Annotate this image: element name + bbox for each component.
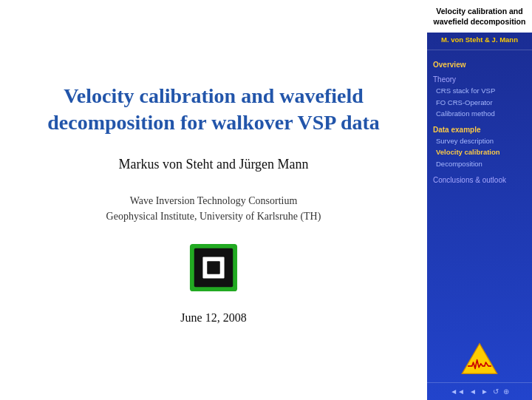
institution-line2: Geophysical Institute, University of Kar…: [106, 211, 321, 222]
nav-data-example[interactable]: Data example: [433, 126, 526, 134]
sidebar-nav: Overview Theory CRS stack for VSP FO CRS…: [427, 50, 532, 335]
svg-marker-4: [462, 344, 497, 374]
nav-conclusions[interactable]: Conclusions & outlook: [433, 176, 526, 184]
slide-title: Velocity calibration and wavefield decom…: [30, 83, 398, 137]
sidebar-bottom-logo: [427, 335, 532, 382]
nav-fo-crs[interactable]: FO CRS-Operator: [433, 98, 526, 108]
slide-main: Velocity calibration and wavefield decom…: [0, 0, 427, 400]
nav-calibration-method[interactable]: Calibration method: [433, 109, 526, 119]
company-logo: [188, 242, 239, 294]
sidebar-header: Velocity calibration and wavefield decom…: [427, 0, 532, 33]
slide-date: June 12, 2008: [180, 311, 246, 325]
nav-crs-stack[interactable]: CRS stack for VSP: [433, 86, 526, 96]
slide-authors: Markus von Steht and Jürgen Mann: [118, 157, 308, 172]
sidebar-author: M. von Steht & J. Mann: [427, 33, 532, 50]
nav-decomposition[interactable]: Decomposition: [433, 159, 526, 169]
nav-velocity-calibration[interactable]: Velocity calibration: [433, 147, 526, 157]
nav-prev-icon[interactable]: ◄: [469, 387, 477, 396]
sidebar: Velocity calibration and wavefield decom…: [427, 0, 532, 400]
sidebar-footer-nav: ◄◄ ◄ ► ↺ ⊕: [427, 382, 532, 400]
slide-institution: Wave Inversion Technology Consortium Geo…: [106, 193, 321, 224]
nav-survey-description[interactable]: Survey description: [433, 136, 526, 146]
nav-last-icon[interactable]: ↺: [493, 387, 499, 396]
nav-theory[interactable]: Theory: [433, 75, 526, 84]
svg-rect-3: [207, 262, 219, 274]
nav-next-icon[interactable]: ►: [481, 387, 488, 396]
nav-overview[interactable]: Overview: [433, 61, 526, 69]
nav-first-icon[interactable]: ◄◄: [450, 387, 465, 396]
nav-search-icon[interactable]: ⊕: [503, 387, 509, 396]
institution-line1: Wave Inversion Technology Consortium: [130, 195, 298, 206]
